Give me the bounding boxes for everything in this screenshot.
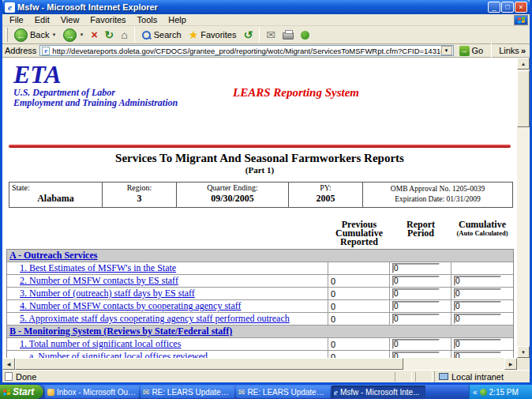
forward-dropdown-icon[interactable]: ▼	[79, 32, 84, 37]
row-b1-prev: 0	[328, 338, 390, 350]
start-button[interactable]: Start	[0, 385, 43, 399]
row-a5-link[interactable]: 5. Approximate staff days cooperating ag…	[20, 313, 290, 325]
row-a3-link[interactable]: 3. Number of (outreach) staff days by ES…	[20, 288, 195, 299]
tray-collapse-chevron[interactable]: «	[473, 388, 478, 397]
address-input[interactable]: e http://devetareports.doleta.gov/CFDOCS…	[39, 45, 453, 56]
refresh-icon: ↻	[105, 28, 114, 41]
addressbar-separator	[491, 43, 492, 58]
minimize-button[interactable]: _	[488, 2, 500, 13]
status-bar: Done Local intranet	[2, 370, 530, 382]
back-icon: ←	[14, 28, 28, 42]
menu-help[interactable]: Help	[163, 15, 192, 24]
quarter-value: 09/30/2005	[179, 193, 286, 205]
taskbar-button-message-1[interactable]: ✉ RE: LEARS Updates - Me...	[140, 386, 234, 398]
row-a2-link[interactable]: 2. Number of MSFW contacts by ES staff	[20, 275, 178, 287]
page-content: ETA U.S. Department of Labor Employment …	[2, 58, 517, 358]
title-bar[interactable]: e Msfw - Microsoft Internet Explorer _ □…	[2, 0, 530, 14]
row-b1a-cum-input[interactable]	[454, 352, 501, 358]
row-a1-period-input[interactable]	[392, 263, 440, 273]
mail-message-icon: ✉	[238, 388, 245, 397]
section-b-link[interactable]: B - Monitoring System (Reviews by State/…	[9, 326, 232, 337]
horizontal-scrollbar[interactable]: ◀ ▶	[2, 358, 517, 370]
row-b1-period-input[interactable]	[392, 339, 440, 349]
status-pane	[415, 372, 433, 382]
home-button[interactable]: ⌂	[118, 28, 130, 42]
go-button[interactable]: → Go	[457, 46, 486, 56]
row-b1a-prev: 0	[328, 351, 390, 358]
ie-icon: e	[334, 388, 338, 397]
refresh-button[interactable]: ↻	[102, 28, 118, 42]
search-button[interactable]: Search	[138, 29, 185, 41]
row-a4-link[interactable]: 4. Number of MSFW contacts by cooperatin…	[20, 300, 242, 312]
forward-button[interactable]: → ▼	[60, 28, 87, 43]
row-a4-cum-input[interactable]	[454, 301, 501, 311]
vertical-scroll-thumb[interactable]	[517, 70, 530, 127]
menu-edit[interactable]: Edit	[29, 15, 55, 24]
status-page-icon	[5, 372, 13, 381]
row-a3-cum-input[interactable]	[454, 288, 501, 299]
menu-tools[interactable]: Tools	[132, 15, 163, 24]
back-dropdown-icon[interactable]: ▼	[51, 32, 56, 37]
taskbar-button-msfw[interactable]: e Msfw - Microsoft Inte...	[332, 386, 425, 398]
row-a2-cum-input[interactable]	[454, 276, 501, 286]
row-b1-link[interactable]: 1. Total number of significant local off…	[20, 338, 181, 350]
horizontal-scroll-thumb[interactable]	[15, 358, 403, 370]
status-pane	[395, 372, 412, 382]
row-a5-cum-input[interactable]	[454, 314, 501, 324]
scroll-up-button[interactable]: ▲	[517, 58, 530, 70]
back-button[interactable]: ← Back ▼	[11, 28, 59, 43]
report-title: Services To Migrant And Seasonal Farmwor…	[2, 152, 517, 165]
taskbar-button-message-2[interactable]: ✉ RE: LEARS Updates - Me...	[236, 386, 330, 398]
menu-favorites[interactable]: Favorites	[84, 15, 131, 24]
messenger-button[interactable]	[298, 30, 313, 40]
toolbar-grip[interactable]	[6, 28, 8, 42]
vertical-scrollbar[interactable]: ▲ ▼	[517, 58, 530, 358]
taskbar-button-outlook[interactable]: Inbox - Microsoft Outlook	[45, 386, 139, 398]
row-a4-period-input[interactable]	[392, 301, 440, 311]
info-quarter-cell: Quarter Ending: 09/30/2005	[177, 183, 289, 208]
section-a-link[interactable]: A - Outreach Services	[9, 250, 97, 261]
section-b-header: B - Monitoring System (Reviews by State/…	[7, 326, 513, 338]
red-divider	[9, 145, 511, 148]
address-dropdown-button[interactable]: ▼	[441, 46, 452, 55]
mail-button[interactable]: ✉	[263, 28, 279, 42]
omb-approval: OMB Approval No. 1205-0039	[365, 183, 510, 194]
menu-view[interactable]: View	[55, 15, 85, 24]
scroll-right-button[interactable]: ▶	[504, 358, 517, 370]
favorites-star-icon: ★	[189, 28, 199, 41]
maximize-button[interactable]: □	[501, 2, 514, 13]
region-value: 3	[105, 193, 174, 205]
links-toolbar[interactable]: Links »	[497, 46, 527, 55]
row-b1-cum-input[interactable]	[454, 339, 501, 349]
row-b1a-period-input[interactable]	[392, 352, 440, 358]
search-icon	[141, 30, 152, 40]
row-a5-prev: 0	[328, 313, 390, 325]
address-bar: Address e http://devetareports.doleta.go…	[2, 44, 530, 58]
history-button[interactable]: ↺	[240, 28, 256, 42]
col-prev-cumulative: Previous Cumulative Reported	[328, 220, 390, 247]
address-url[interactable]: http://devetareports.doleta.gov/CFDOCS/g…	[52, 47, 440, 55]
scroll-left-button[interactable]: ◀	[2, 358, 15, 370]
windows-flag-icon	[3, 389, 10, 395]
close-button[interactable]: ×	[515, 2, 527, 13]
row-a2-prev: 0	[328, 275, 390, 287]
print-icon	[283, 32, 294, 40]
py-value: 2005	[291, 193, 360, 205]
row-a2-period-input[interactable]	[392, 276, 440, 286]
home-icon: ⌂	[121, 28, 127, 41]
row-a3-period-input[interactable]	[392, 288, 440, 299]
stop-button[interactable]: ×	[88, 28, 100, 42]
row-a1-link[interactable]: 1. Best Estimates of MSFW's in the State	[20, 262, 176, 274]
print-button[interactable]	[279, 29, 297, 40]
row-a5-period-input[interactable]	[392, 314, 440, 324]
links-chevron-icon[interactable]: »	[521, 46, 526, 55]
info-state-cell: State: Alabama	[9, 183, 103, 208]
menu-file[interactable]: File	[4, 15, 29, 24]
tray-status-icon	[480, 389, 487, 396]
report-part: (Part 1)	[2, 165, 517, 175]
favorites-button[interactable]: ★ Favorites	[185, 28, 240, 42]
page-icon: e	[42, 47, 50, 55]
windows-logo-icon	[514, 15, 528, 25]
row-b1a-link[interactable]: a. Number of significant local offices r…	[29, 351, 208, 358]
scroll-down-button[interactable]: ▼	[517, 346, 530, 358]
